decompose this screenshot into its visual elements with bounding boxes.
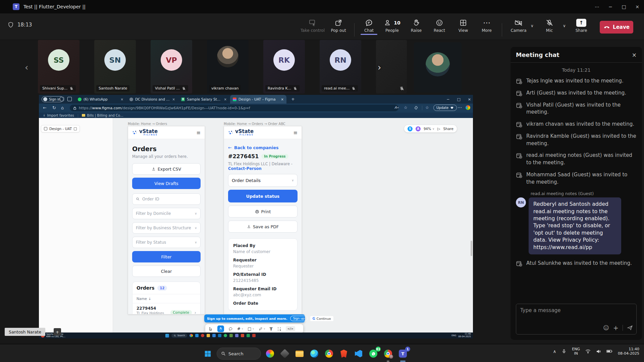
filmstrip-prev-icon[interactable]: ‹ bbox=[25, 62, 28, 72]
new-tab-icon[interactable]: + bbox=[291, 97, 295, 102]
chat-button[interactable]: Chat bbox=[360, 19, 378, 33]
shape-tool[interactable]: □∨ bbox=[248, 326, 254, 331]
shared-app-icon[interactable] bbox=[207, 334, 210, 337]
tab-close-icon[interactable]: × bbox=[121, 98, 123, 101]
shared-app-icon[interactable] bbox=[201, 334, 204, 337]
save-pdf-button[interactable]: Save as PDF bbox=[228, 221, 298, 233]
pop-out-button[interactable]: Pop out bbox=[328, 19, 349, 33]
order-id-input[interactable]: Order ID bbox=[132, 193, 201, 205]
filmstrip-next-icon[interactable]: › bbox=[378, 62, 381, 72]
collaborator-avatar[interactable]: A bbox=[416, 126, 421, 131]
collaborator-avatar[interactable]: S bbox=[408, 126, 413, 131]
home-icon[interactable]: ⌂ bbox=[61, 105, 64, 110]
chat-input-box[interactable]: ☺ + bbox=[516, 304, 637, 335]
copilot-app-icon[interactable] bbox=[264, 348, 276, 359]
clock[interactable]: 11:4008-04-2025 bbox=[618, 347, 639, 356]
language-indicator[interactable]: ENGIN bbox=[572, 347, 580, 356]
figma-share-button[interactable]: Share bbox=[443, 127, 453, 131]
browser-minimize-icon[interactable]: − bbox=[446, 97, 449, 102]
contact-person-link[interactable]: Contact-Person bbox=[228, 166, 262, 171]
filter-domicile-select[interactable]: Filter by Domicile∨ bbox=[132, 208, 201, 219]
chrome-app-icon[interactable] bbox=[323, 348, 335, 359]
start-button[interactable] bbox=[202, 348, 213, 359]
clear-button[interactable]: Clear bbox=[132, 265, 201, 277]
browser-tab[interactable]: X Sample Salary Structure with calc × bbox=[178, 95, 229, 104]
file-explorer-icon[interactable] bbox=[294, 348, 305, 359]
workspaces-icon[interactable] bbox=[60, 97, 64, 101]
share-button[interactable]: ↑ Share bbox=[573, 19, 590, 33]
dev-mode-toggle[interactable]: </> bbox=[286, 326, 295, 331]
presenter-video-tile[interactable] bbox=[414, 42, 462, 93]
shared-app-icon[interactable] bbox=[229, 334, 233, 337]
frame-tool[interactable]: #∨ bbox=[237, 326, 243, 331]
export-csv-button[interactable]: Export CSV bbox=[132, 163, 201, 175]
chrome-profile-app-icon[interactable] bbox=[382, 348, 394, 359]
leave-button[interactable]: Leave bbox=[600, 21, 633, 34]
address-bar[interactable]: https://www.figma.com/design/9BKQ0FOHRWa… bbox=[70, 105, 398, 111]
mic-dropdown-icon[interactable]: ∨ bbox=[563, 23, 566, 28]
browser-tab-active[interactable]: Design - UAT – Figma × bbox=[230, 95, 286, 104]
taskbar-search[interactable]: Search bbox=[217, 348, 261, 360]
extensions-icon[interactable] bbox=[414, 106, 418, 110]
present-icon[interactable]: ▷ bbox=[437, 127, 440, 131]
favorite-star-icon[interactable]: ☆ bbox=[404, 105, 408, 110]
presenter-pin-button[interactable]: + bbox=[54, 328, 61, 336]
browser-maximize-icon[interactable]: □ bbox=[457, 97, 460, 102]
people-button[interactable]: 10 People bbox=[381, 19, 403, 33]
vscode-app-icon[interactable] bbox=[353, 348, 364, 359]
shared-app-icon[interactable] bbox=[247, 334, 250, 337]
print-button[interactable]: Print bbox=[228, 205, 298, 218]
google-continue-button[interactable]: GContinue bbox=[310, 316, 333, 321]
copilot-icon[interactable] bbox=[466, 105, 470, 110]
view-button[interactable]: View bbox=[455, 19, 472, 33]
filter-structure-select[interactable]: Filter by Business Structure∨ bbox=[132, 222, 201, 234]
shared-app-icon[interactable] bbox=[195, 334, 199, 337]
battery-icon[interactable] bbox=[606, 349, 612, 353]
tray-mic-icon[interactable] bbox=[561, 349, 567, 354]
react-button[interactable]: React bbox=[430, 19, 448, 33]
tab-actions-icon[interactable] bbox=[67, 97, 72, 101]
maximize-button[interactable]: □ bbox=[617, 0, 631, 13]
shared-app-icon[interactable] bbox=[224, 334, 227, 337]
move-tool-icon[interactable] bbox=[209, 327, 213, 331]
view-drafts-button[interactable]: View Drafts bbox=[132, 178, 201, 189]
canvas-scrollbar[interactable] bbox=[471, 241, 472, 256]
participant-tile[interactable]: RK Ravindra K... bbox=[263, 40, 305, 94]
update-status-button[interactable]: Update status bbox=[228, 190, 298, 202]
tab-close-icon[interactable]: × bbox=[172, 98, 175, 101]
order-details-select[interactable]: Order Details∨ bbox=[228, 174, 298, 187]
refresh-icon[interactable]: ↻ bbox=[52, 105, 56, 110]
minimize-button[interactable]: − bbox=[604, 0, 617, 13]
chat-close-icon[interactable]: × bbox=[632, 52, 637, 58]
pen-tool[interactable]: ∨ bbox=[259, 327, 265, 331]
browser-more-icon[interactable]: ⋯ bbox=[458, 105, 462, 110]
frame-label[interactable]: Mobile: Home → Orders bbox=[128, 122, 167, 126]
browser-tab[interactable]: DC Divisions and Surroundings × bbox=[127, 95, 178, 104]
hamburger-icon[interactable]: ≡ bbox=[196, 130, 201, 136]
participant-tile[interactable]: RN read.ai mee... bbox=[320, 40, 361, 94]
browser-tab[interactable]: (6) WhatsApp × bbox=[75, 95, 126, 104]
import-favorites-link[interactable]: ↓Import favorites bbox=[43, 114, 74, 117]
camera-dropdown-icon[interactable]: ∨ bbox=[531, 23, 534, 28]
titlebar-more-icon[interactable]: ⋯ bbox=[590, 0, 604, 13]
figma-file-chip[interactable]: Design - UAT bbox=[41, 125, 80, 132]
shared-app-icon[interactable] bbox=[190, 334, 193, 337]
figma-frame-order-detail[interactable]: vStateFILINGS ≡ ← Back to companies #227… bbox=[224, 126, 302, 314]
order-row[interactable]: 2279454TL Flex Holdings LLC Complete › bbox=[132, 303, 200, 314]
tab-close-icon[interactable]: × bbox=[224, 98, 227, 101]
browser-update-button[interactable]: Update bbox=[433, 105, 457, 111]
shared-app-icon[interactable] bbox=[218, 334, 221, 337]
wifi-icon[interactable] bbox=[585, 349, 591, 354]
actions-tool-icon[interactable] bbox=[277, 327, 281, 331]
volume-icon[interactable] bbox=[596, 349, 601, 354]
tray-expand-icon[interactable]: ∧ bbox=[553, 349, 556, 354]
raise-button[interactable]: Raise bbox=[408, 19, 425, 33]
camera-button[interactable]: Camera bbox=[508, 19, 529, 33]
edge-app-icon[interactable] bbox=[309, 348, 320, 359]
send-icon[interactable] bbox=[627, 325, 633, 331]
figma-frame-orders[interactable]: vStateFILINGS ≡ Orders Manage all your o… bbox=[128, 126, 205, 314]
attach-icon[interactable]: + bbox=[613, 324, 619, 331]
text-tool[interactable]: T bbox=[270, 326, 273, 331]
brave-app-icon[interactable] bbox=[338, 348, 350, 359]
frame-label[interactable]: Mobile: Home → Orders → Order ABC bbox=[224, 122, 285, 126]
